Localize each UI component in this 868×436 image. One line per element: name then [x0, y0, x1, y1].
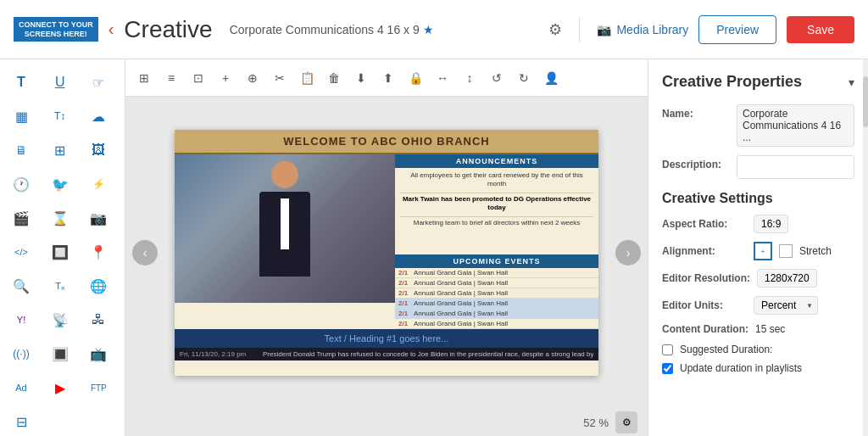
announcement-1: All employees to get their card renewed …: [400, 171, 593, 189]
name-label: Name:: [662, 104, 730, 120]
divider: [579, 17, 580, 42]
stretch-checkbox[interactable]: [779, 244, 793, 258]
code-tool[interactable]: </>: [5, 236, 37, 268]
video-tool[interactable]: 🎬: [5, 202, 37, 234]
preview-button[interactable]: Preview: [698, 15, 776, 44]
alignment-control[interactable]: +: [754, 242, 772, 260]
table-tool[interactable]: ⊟: [5, 405, 37, 436]
lock-toolbar-btn[interactable]: 🔒: [403, 66, 427, 90]
description-value[interactable]: [737, 155, 854, 179]
favorite-star[interactable]: ★: [423, 23, 434, 36]
paste-toolbar-btn[interactable]: 📋: [295, 66, 319, 90]
text-transform-tool[interactable]: T↕: [44, 100, 76, 132]
flip-h-toolbar-btn[interactable]: ↔: [431, 66, 454, 90]
divider-2: [400, 216, 593, 217]
image-tool[interactable]: 🖼: [82, 134, 114, 166]
scrollbar-thumb[interactable]: [863, 76, 868, 127]
ad-tool[interactable]: Ad: [5, 372, 37, 404]
monitor-tool[interactable]: 🖥: [5, 134, 37, 166]
canvas-next-btn[interactable]: ›: [615, 240, 641, 266]
undo-toolbar-btn[interactable]: ↺: [485, 66, 509, 90]
save-button[interactable]: Save: [787, 16, 854, 43]
canvas-container: ‹ WELCOME TO ABC OHIO BRANCH: [125, 97, 648, 409]
radio-tool[interactable]: ((·)): [5, 338, 37, 370]
hourglass-tool[interactable]: ⌛: [44, 202, 76, 234]
tv-tool[interactable]: 📺: [82, 338, 114, 370]
custom2-tool[interactable]: 🔲: [44, 236, 76, 268]
event-row-highlight: 2/1 Annual Grand Gala | Swan Hall: [395, 309, 598, 319]
canvas-footer: Text / Heading #1 goes here...: [175, 329, 598, 348]
chart-tool[interactable]: ▦: [5, 100, 37, 132]
text-tool[interactable]: T: [5, 66, 37, 98]
underline-tool[interactable]: U: [44, 66, 76, 98]
editor-resolution-value: 1280x720: [757, 269, 817, 288]
align-toolbar-btn[interactable]: ≡: [159, 66, 183, 90]
top-toolbar: ⊞ ≡ ⊡ + ⊕ ✂ 📋 🗑 ⬇ ⬆ 🔒 ↔ ↕ ↺ ↻ 👤: [125, 59, 648, 97]
event-row-highlight: 2/1 Annual Grand Gala | Swan Hall: [395, 299, 598, 309]
canvas-ticker: Fri, 11/13/20, 2:19 pm President Donald …: [175, 348, 598, 361]
suggested-duration-label: Suggested Duration:: [680, 344, 772, 355]
add-toolbar-btn[interactable]: +: [214, 66, 237, 90]
import-toolbar-btn[interactable]: ⬇: [349, 66, 373, 90]
divider-1: [400, 193, 593, 193]
twitter-tool[interactable]: 🐦: [44, 168, 76, 200]
editor-units-select[interactable]: Percent Pixels: [754, 296, 818, 315]
center-area: ⊞ ≡ ⊡ + ⊕ ✂ 📋 🗑 ⬇ ⬆ 🔒 ↔ ↕ ↺ ↻ 👤 ‹ WELCOM…: [125, 59, 648, 436]
editor-units-wrapper: Percent Pixels: [754, 296, 818, 315]
ftp-tool[interactable]: FTP: [82, 372, 114, 404]
update-duration-checkbox[interactable]: [662, 363, 673, 374]
layer-toolbar-btn[interactable]: ⊡: [186, 66, 210, 90]
redo-toolbar-btn[interactable]: ↻: [512, 66, 536, 90]
canvas-prev-btn[interactable]: ‹: [132, 240, 158, 266]
editor-units-row: Editor Units: Percent Pixels: [662, 296, 854, 315]
yahoo-tool[interactable]: Y!: [5, 304, 37, 336]
grid-toolbar-btn[interactable]: ⊞: [132, 66, 156, 90]
text-size-tool[interactable]: Tₐ: [44, 270, 76, 302]
grid-tool[interactable]: ⊞: [44, 134, 76, 166]
instagram-tool[interactable]: 📷: [82, 202, 114, 234]
cut-toolbar-btn[interactable]: ✂: [268, 66, 292, 90]
canvas-title: WELCOME TO ABC OHIO BRANCH: [175, 130, 598, 154]
media-library-button[interactable]: 📷 Media Library: [597, 23, 688, 36]
zoom-options-btn[interactable]: ⚙: [615, 411, 637, 433]
panel-chevron-icon[interactable]: ▾: [849, 75, 854, 89]
rss-tool[interactable]: 📡: [44, 304, 76, 336]
event-row: 2/1 Annual Grand Gala | Swan Hall: [395, 268, 598, 278]
creative-canvas[interactable]: WELCOME TO ABC OHIO BRANCH ANNOUNC: [175, 130, 598, 376]
export-toolbar-btn[interactable]: ⬆: [376, 66, 400, 90]
zoom-level: 52 %: [583, 416, 609, 429]
aspect-ratio-row: Aspect Ratio: 16:9: [662, 215, 854, 233]
youtube-tool[interactable]: ▶: [44, 372, 76, 404]
stretch-label: Stretch: [799, 245, 832, 257]
back-chevron[interactable]: ‹: [108, 20, 114, 39]
copy-toolbar-btn[interactable]: ⊕: [241, 66, 264, 90]
search-tool[interactable]: 🔍: [5, 270, 37, 302]
clock-tool[interactable]: 🕐: [5, 168, 37, 200]
globe-tool[interactable]: 🌐: [82, 270, 114, 302]
person-image: [175, 154, 395, 303]
canvas-left-panel: [175, 154, 395, 329]
settings-gear-icon[interactable]: ⚙: [548, 20, 562, 39]
suggested-duration-checkbox[interactable]: [662, 344, 673, 355]
update-duration-row: Update duration in playlists: [662, 362, 854, 374]
content-duration-row: Content Duration: 15 sec: [662, 323, 854, 335]
custom1-tool[interactable]: ⚡: [82, 168, 114, 200]
upcoming-events-header: UPCOMING EVENTS: [395, 254, 598, 268]
location-tool[interactable]: 📍: [82, 236, 114, 268]
network-tool[interactable]: 🖧: [82, 304, 114, 336]
person-head: [271, 161, 298, 188]
event-row: 2/1 Annual Grand Gala | Swan Hall: [395, 288, 598, 299]
announcements-body: All employees to get their card renewed …: [395, 168, 598, 254]
name-field-row: Name: Corporate Communications 4 16 ...: [662, 104, 854, 147]
announcements-header: ANNOUNCEMENTS: [395, 154, 598, 168]
doc-name: Corporate Communications 4 16 x 9 ★: [230, 23, 434, 36]
canvas-body: ANNOUNCEMENTS All employees to get their…: [175, 154, 598, 329]
left-toolbar: T U ☞ ▦ T↕ ☁ 🖥 ⊞ 🖼 🕐 🐦 ⚡ 🎬 ⌛ 📷 </> 🔲 📍 🔍…: [0, 59, 125, 436]
custom3-tool[interactable]: 🔳: [44, 338, 76, 370]
flip-v-toolbar-btn[interactable]: ↕: [458, 66, 481, 90]
delete-toolbar-btn[interactable]: 🗑: [322, 66, 346, 90]
touch-tool[interactable]: ☞: [82, 66, 114, 98]
cloud-tool[interactable]: ☁: [82, 100, 114, 132]
app-title: Creative: [124, 16, 212, 43]
user-toolbar-btn[interactable]: 👤: [539, 66, 563, 90]
